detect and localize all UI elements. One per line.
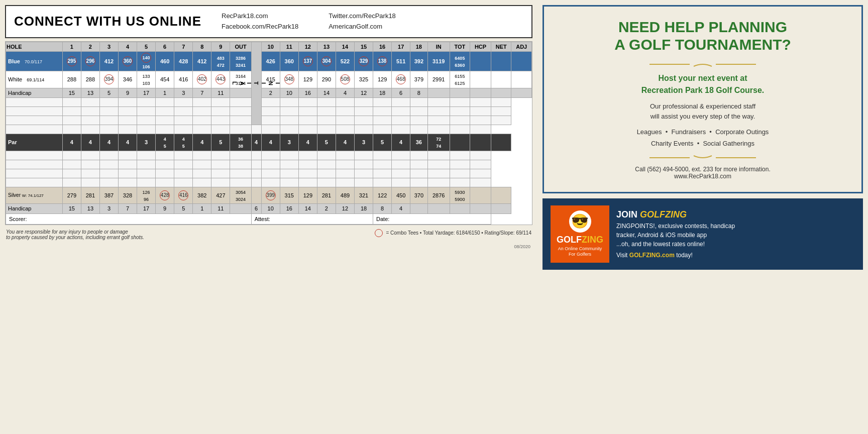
scorecard-table-wrap: HOLE 1 2 3 4 5 6 7 8 9 OUT INITIAL 10 11… [5,41,532,225]
row-scorer: Scorer: Attest: Date: [6,213,532,224]
ad-title: NEED HELP PLANNING A GOLF TOURNAMENT? [554,19,851,53]
header-title: CONNECT WITH US ONLINE [14,14,201,29]
row-silver: Silver W: 74.1/127 279 281 387 328 12696… [6,187,532,204]
silver-label: Silver W: 74.1/127 [6,187,63,204]
row-empty-2 [6,107,532,116]
golfzing-face-icon: 😎 [569,210,591,233]
row-hole: HOLE 1 2 3 4 5 6 7 8 9 OUT INITIAL 10 11… [6,42,532,51]
right-panel: NEED HELP PLANNING A GOLF TOURNAMENT? Ho… [537,0,868,434]
row-par: Par 4 4 4 4 3 45 45 4 5 3638 4 4 3 4 5 4… [6,134,532,151]
ad-tournament: NEED HELP PLANNING A GOLF TOURNAMENT? Ho… [542,5,863,193]
row-empty-8 [6,178,532,187]
row-handicap-silver: Handicap 15 13 3 7 17 9 5 1 11 6 10 16 1… [6,204,532,213]
header-links: RecPark18.com Facebook.com/RecPark18 Twi… [222,11,396,32]
golfzing-body: ZINGPOINTS!, exclusive contests, handica… [616,222,855,249]
header-links-col2: Twitter.com/RecPark18 AmericanGolf.com [329,11,396,32]
footer-note: You are responsible for any injury to pe… [5,228,145,241]
golfzing-logo: 😎 GOLFZING An Online CommunityFor Golfer… [551,205,609,263]
golf-divider-bottom [554,155,851,161]
initial-col: INITIAL [251,42,261,125]
footer-combo: = Combo Tees • Total Yardage: 6184/6150 … [374,228,532,238]
col-hole-label: HOLE [6,42,63,51]
row-empty-3 [6,116,532,125]
golf-divider-top [554,61,851,67]
combo-circle-icon [375,229,383,237]
row-empty-4 [6,125,532,134]
golfzing-brand: GOLFZING [557,235,603,245]
row-handicap-blue: Handicap 15 13 5 9 17 1 3 7 11 2 10 16 1… [6,88,532,97]
golfzing-text: JOIN GOLFZING ZINGPOINTS!, exclusive con… [616,208,855,260]
staff-text: Our professional & experienced staffwill… [554,101,851,121]
row-empty-5 [6,151,532,160]
golfzing-join-line: JOIN GOLFZING [616,208,855,222]
footer-bottom: You are responsible for any injury to pe… [5,228,532,241]
blue-label: Blue 70.0/117 [6,51,63,71]
date-stamp: 08/2020 [5,244,532,249]
scorecard-panel: CONNECT WITH US ONLINE RecPark18.com Fac… [0,0,537,434]
row-empty-7 [6,169,532,178]
golfzing-visit: Visit GOLFZING.com today! [616,251,855,260]
row-blue: Blue 70.0/117 295 296 412 360 140106 460… [6,51,532,71]
white-label: White 69.1/114 [6,71,63,88]
row-white: White 69.1/114 288 288 394 346 133103 45… [6,71,532,88]
services-text: Leagues • Fundraisers • Corporate Outing… [554,126,851,150]
scorecard-table: HOLE 1 2 3 4 5 6 7 8 9 OUT INITIAL 10 11… [6,42,532,225]
contact-text: Call (562) 494-5000, ext. 233 for more i… [554,166,851,180]
header-box: CONNECT WITH US ONLINE RecPark18.com Fac… [5,5,532,38]
golfzing-tagline: An Online CommunityFor Golfers [557,246,603,258]
row-empty-6 [6,160,532,169]
host-text: Host your next event at Recreation Park … [554,72,851,96]
row-empty-1 [6,98,532,107]
header-links-col1: RecPark18.com Facebook.com/RecPark18 [222,11,298,32]
ad-golfzing: 😎 GOLFZING An Online CommunityFor Golfer… [542,198,863,270]
